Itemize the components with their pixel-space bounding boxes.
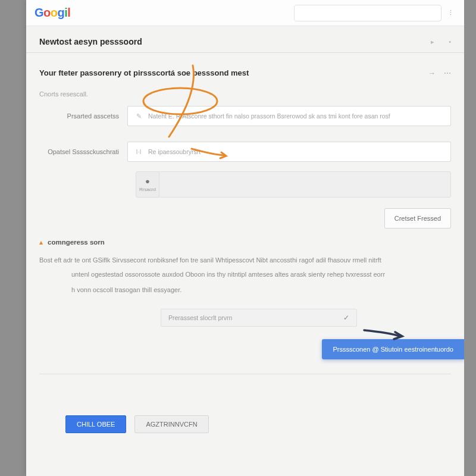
footer-buttons: CHILL OBEE AGZTRINNVCFN xyxy=(65,415,209,433)
title-action-icon[interactable]: • xyxy=(449,38,451,46)
page-title: Newtost aesyn pesssoord xyxy=(39,37,142,46)
header: G o o g i l ⋮ xyxy=(26,0,464,26)
explain-block: Bost eft adr te ont GSiflk Sirvssecont r… xyxy=(39,255,451,296)
primary-button[interactable]: CHILL OBEE xyxy=(65,415,126,433)
logo-letter: G xyxy=(35,6,43,20)
section-heading-actions: → ⋯ xyxy=(428,69,451,77)
voice-caption: Rrsacrd xyxy=(139,187,156,192)
password-placeholder: Nateht E. RfAtsconre sthort fin nalso pr… xyxy=(148,112,390,120)
toast-notification[interactable]: Prssssconen @ Stiutoin eestroinentuordo xyxy=(322,339,464,359)
logo-letter: l xyxy=(67,6,70,20)
logo-letter: o xyxy=(51,6,58,20)
explain-line3: h vonn ocscoll trasogan thill essyager. xyxy=(39,284,449,296)
congrats-row: ▴ comngeress sorn xyxy=(39,238,451,246)
mic-icon: ● xyxy=(145,177,150,186)
title-action-icon[interactable]: ▸ xyxy=(431,38,434,46)
content: Your fteter passorenry ot pirssscortá so… xyxy=(26,53,464,333)
strength-track xyxy=(159,171,451,198)
brand-logo: G o o g i l xyxy=(35,6,70,20)
form-row-password: Prsarted asscetss ✎ Nateht E. RfAtsconre… xyxy=(39,106,451,126)
hint-text: Cnorts resescall. xyxy=(39,90,451,98)
arrow-right-icon[interactable]: → xyxy=(428,69,436,77)
caret-up-icon: ▴ xyxy=(39,238,43,246)
separator xyxy=(39,374,451,374)
explain-line2: untenl ogestestad ossorossote auxdod Obo… xyxy=(39,269,449,281)
search-input[interactable] xyxy=(294,5,441,21)
section-heading: Your fteter passorenry ot pirssscortá so… xyxy=(39,68,249,77)
title-strip: Newtost aesyn pesssoord ▸ • xyxy=(26,26,464,53)
check-icon: ✓ xyxy=(343,314,349,322)
keyboard-icon: I·I xyxy=(134,147,143,156)
field2-label: Opatsel Sssssckuschrati xyxy=(39,148,127,155)
confirm-password-input[interactable]: I·I Re ipaessoubryrsrt xyxy=(127,142,451,162)
more-icon[interactable]: ⋯ xyxy=(444,69,451,77)
overflow-icon[interactable]: ⋮ xyxy=(445,8,456,18)
page: G o o g i l ⋮ Newtost aesyn pesssoord ▸ … xyxy=(26,0,464,476)
form-row-confirm: Opatsel Sssssckuschrati I·I Re ipaessoub… xyxy=(39,142,451,162)
logo-letter: g xyxy=(58,6,65,20)
options-dropdown[interactable]: Prerassest slocrlt prvrn ✓ xyxy=(161,309,357,327)
secondary-button[interactable]: AGZTRINNVCFN xyxy=(134,415,208,433)
explain-line1: Bost eft adr te ont GSiflk Sirvssecont r… xyxy=(39,256,381,264)
logo-letter: o xyxy=(43,6,51,20)
create-password-button[interactable]: Cretset Fressed xyxy=(384,208,451,228)
title-actions: ▸ • xyxy=(431,38,451,46)
section-heading-row: Your fteter passorenry ot pirssscortá so… xyxy=(39,68,451,77)
confirm-placeholder: Re ipaessoubryrsrt xyxy=(148,148,201,155)
edit-icon: ✎ xyxy=(134,111,143,121)
voice-button[interactable]: ● Rrsacrd xyxy=(136,171,159,198)
action-row: Cretset Fressed xyxy=(39,208,451,228)
password-input[interactable]: ✎ Nateht E. RfAtsconre sthort fin nalso … xyxy=(127,106,451,126)
congrats-text: comngeress sorn xyxy=(48,239,105,246)
dropdown-label: Prerassest slocrlt prvrn xyxy=(168,314,232,321)
header-right: ⋮ xyxy=(294,5,456,21)
strength-row: ● Rrsacrd xyxy=(136,171,451,198)
field1-label: Prsarted asscetss xyxy=(39,112,127,120)
